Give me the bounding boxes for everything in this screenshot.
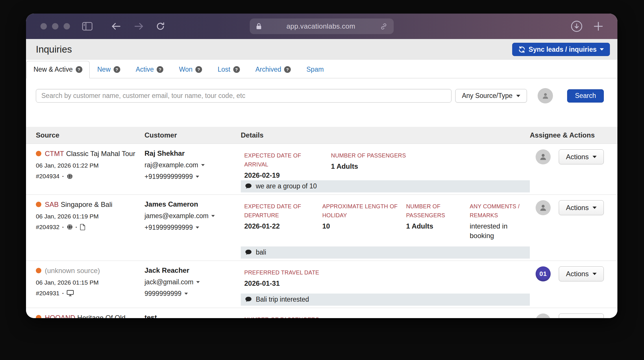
detail-label: APPROXIMATE LENGTH OF HOLIDAY — [322, 202, 401, 220]
status-dot-icon — [36, 315, 41, 318]
tab-spam[interactable]: Spam — [299, 61, 332, 78]
detail-label: ANY COMMENTS / REMARKS — [470, 202, 530, 220]
assignee-cell: Actions — [530, 149, 610, 192]
customer-phone: +919999999999 — [145, 173, 193, 181]
inquiry-id: #204932 — [36, 224, 60, 231]
customer-cell: James Cameron james@example.com +9199999… — [145, 200, 241, 259]
customer-phone-dropdown[interactable]: +919999999999 — [145, 224, 241, 231]
downloads-icon[interactable] — [571, 20, 583, 32]
detail-value: 10 — [322, 222, 401, 231]
back-icon[interactable] — [111, 22, 121, 31]
customer-email: raj@example.com — [145, 161, 198, 169]
customer-name: Jack Reacher — [145, 266, 241, 274]
inquiry-source-title[interactable]: HOOANDHeritage Of Old ... — [36, 313, 145, 318]
column-header-customer: Customer — [145, 131, 241, 139]
customer-phone: +919999999999 — [145, 224, 193, 231]
status-dot-icon — [36, 268, 41, 273]
customer-email-dropdown[interactable]: raj@example.com — [145, 161, 241, 169]
customer-phone-dropdown[interactable]: +919999999999 — [145, 173, 241, 181]
inquiry-source-title[interactable]: SABSingapore & Bali — [36, 200, 145, 209]
customer-phone-dropdown[interactable]: 9999999999 — [145, 290, 241, 298]
search-input[interactable] — [36, 89, 451, 103]
assignee-badge[interactable]: 01 — [536, 266, 551, 281]
assignee-filter-button[interactable] — [538, 88, 553, 103]
help-icon[interactable]: ? — [284, 66, 291, 73]
inquiry-tabs: New & Active ? New ? Active ? Won ? Lost… — [26, 60, 617, 78]
table-row: SABSingapore & Bali 06 Jan, 2026 01:19 P… — [26, 195, 617, 261]
source-cell: (unknown source) 06 Jan, 2026 01:15 PM #… — [36, 266, 145, 306]
source-cell: SABSingapore & Bali 06 Jan, 2026 01:19 P… — [36, 200, 145, 259]
new-tab-icon[interactable] — [593, 21, 604, 31]
help-icon[interactable]: ? — [157, 66, 163, 73]
caret-down-icon — [201, 164, 205, 166]
search-button[interactable]: Search — [567, 89, 604, 103]
tab-active[interactable]: Active ? — [128, 61, 171, 78]
help-icon[interactable]: ? — [114, 66, 120, 73]
table-row: HOOANDHeritage Of Old ... test NUMBER OF… — [26, 308, 617, 318]
tab-new[interactable]: New ? — [90, 61, 128, 78]
detail-label: EXPECTED DATE OF ARRIVAL — [244, 151, 326, 169]
help-icon[interactable]: ? — [195, 66, 202, 73]
detail-value: 2026-01-22 — [244, 222, 317, 231]
actions-button[interactable]: Actions — [559, 149, 604, 164]
traffic-light-close[interactable] — [40, 23, 47, 29]
detail-field: EXPECTED DATE OF DEPARTURE 2026-01-22 — [244, 202, 322, 240]
assignee-cell: Actions — [530, 200, 610, 259]
detail-label: PREFERRED TRAVEL DATE — [244, 268, 360, 277]
inquiry-source-title[interactable]: (unknown source) — [36, 266, 145, 275]
window-controls — [40, 23, 70, 29]
customer-email-dropdown[interactable]: jack@gmail.com — [145, 278, 241, 286]
detail-field: ANY COMMENTS / REMARKS interested in boo… — [470, 202, 535, 240]
detail-field: NUMBER OF PASSENGERS — [244, 315, 366, 318]
source-type-filter-button[interactable]: Any Source/Type — [455, 89, 527, 103]
sync-leads-button[interactable]: Sync leads / inquiries — [512, 43, 610, 56]
details-cell: EXPECTED DATE OF DEPARTURE 2026-01-22 AP… — [241, 200, 530, 259]
caret-down-icon — [593, 156, 597, 158]
assignee-avatar[interactable] — [536, 313, 551, 318]
customer-cell: Jack Reacher jack@gmail.com 9999999999 — [145, 266, 241, 306]
detail-label: NUMBER OF PASSENGERS — [244, 315, 360, 318]
page-title: Inquiries — [36, 44, 512, 55]
actions-button[interactable]: Actions — [559, 200, 604, 215]
separator: · — [75, 224, 77, 231]
inquiry-comment: we are a group of 10 — [241, 180, 530, 192]
comment-bubble-icon — [245, 183, 252, 189]
actions-button[interactable]: Actions — [559, 266, 604, 281]
inquiry-id-line: #204934 · — [36, 173, 145, 180]
actions-button[interactable]: Actions — [559, 313, 604, 318]
address-bar[interactable]: app.vacationlabs.com — [250, 18, 394, 34]
details-cell: NUMBER OF PASSENGERS — [241, 313, 530, 318]
inquiries-page: Inquiries Sync leads / inquiries New & A… — [26, 39, 617, 318]
tab-new-and-active[interactable]: New & Active ? — [26, 61, 90, 78]
traffic-light-zoom[interactable] — [64, 23, 70, 29]
caret-down-icon — [600, 48, 604, 51]
link-icon[interactable] — [380, 23, 387, 30]
detail-value: 2026-02-19 — [244, 171, 326, 180]
tour-name: Singapore & Bali — [61, 201, 112, 208]
inquiry-id-line: #204932 · · — [36, 224, 145, 231]
help-icon[interactable]: ? — [233, 66, 240, 73]
detail-label: NUMBER OF PASSENGERS — [406, 202, 465, 220]
assignee-avatar[interactable] — [536, 200, 551, 215]
assignee-avatar[interactable] — [536, 149, 551, 164]
customer-email-dropdown[interactable]: james@example.com — [145, 212, 241, 220]
tab-lost[interactable]: Lost ? — [210, 61, 247, 78]
lock-icon — [256, 23, 262, 30]
sidebar-toggle-icon[interactable] — [82, 22, 92, 31]
forward-icon[interactable] — [134, 22, 144, 31]
tab-archived[interactable]: Archived ? — [248, 61, 299, 78]
caret-down-icon — [516, 95, 520, 97]
help-icon[interactable]: ? — [76, 66, 82, 73]
inquiry-source-title[interactable]: CTMTClassic Taj Mahal Tour — [36, 149, 145, 158]
sync-leads-label: Sync leads / inquiries — [529, 46, 597, 53]
tab-won[interactable]: Won ? — [171, 61, 210, 78]
page-header: Inquiries Sync leads / inquiries — [26, 39, 617, 60]
detail-value: 1 Adults — [331, 162, 447, 171]
separator: · — [62, 224, 64, 231]
detail-value: interested in booking — [470, 222, 530, 240]
inquiry-id: #204931 — [36, 290, 60, 297]
traffic-light-minimize[interactable] — [52, 23, 58, 29]
separator: · — [62, 290, 64, 297]
reload-icon[interactable] — [156, 21, 165, 31]
customer-email: james@example.com — [145, 212, 208, 220]
